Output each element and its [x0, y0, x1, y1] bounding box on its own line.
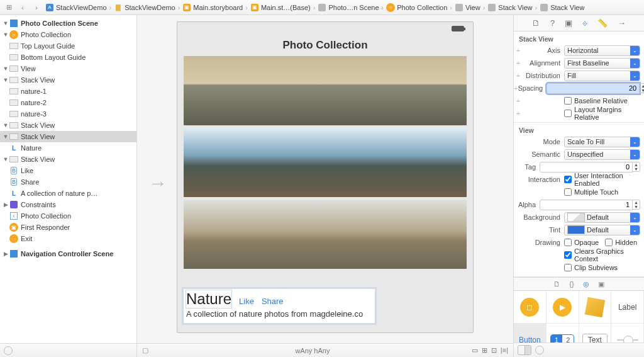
outline-row[interactable]: Bottom Layout Guide — [0, 52, 136, 63]
user-interaction-checkbox[interactable]: User Interaction Enabled — [564, 174, 640, 185]
lib-item-label[interactable]: Label — [611, 291, 644, 324]
crumb-project[interactable]: AStackViewDemo — [44, 3, 108, 12]
layout-margins-checkbox[interactable]: Layout Margins Relative — [564, 108, 640, 119]
nav-back-button[interactable]: ‹ — [16, 2, 29, 13]
disclosure-icon[interactable]: ▼ — [3, 133, 9, 140]
outline-row-selected[interactable]: ▼Stack View — [0, 131, 136, 142]
hidden-checkbox[interactable]: Hidden — [605, 237, 637, 248]
outline-row[interactable]: ▼Stack View — [0, 74, 136, 86]
outline-row[interactable]: ▼Stack View — [0, 154, 136, 165]
distribution-popup[interactable]: Fill⌄ — [564, 71, 640, 81]
disclosure-icon[interactable]: ▼ — [3, 77, 9, 83]
multiple-touch-checkbox[interactable]: Multiple Touch — [564, 186, 640, 198]
crumb-stackview-1[interactable]: Stack View — [486, 3, 533, 12]
lib-item[interactable]: ▶ — [547, 291, 579, 324]
lib-item-segmented[interactable]: 12 — [547, 324, 579, 343]
semantic-popup[interactable]: Unspecified⌄ — [564, 149, 640, 160]
outline-row[interactable]: LNature — [0, 142, 136, 154]
embed-tool-icon[interactable]: |≡| — [501, 346, 508, 354]
crumb-scene[interactable]: Photo…n Scene — [316, 3, 380, 12]
outline-row[interactable]: ▼View — [0, 63, 136, 74]
crumb-folder[interactable]: ▇StackViewDemo — [113, 3, 177, 12]
file-template-tab[interactable]: 🗋 — [553, 280, 560, 288]
tag-field[interactable]: ▲▼ — [540, 161, 640, 173]
like-button[interactable]: Like — [239, 297, 254, 306]
file-inspector-tab[interactable]: 🗋 — [532, 18, 540, 28]
outline-row[interactable]: ▼Photo Collection Scene — [0, 18, 136, 29]
outline-row[interactable]: LA collection of nature p… — [0, 188, 136, 199]
outline-row[interactable]: nature-3 — [0, 108, 136, 120]
help-inspector-tab[interactable]: ? — [550, 18, 555, 28]
opaque-checkbox[interactable]: Opaque — [564, 237, 599, 248]
outline-row[interactable]: Top Layout Guide — [0, 40, 136, 52]
library-view-toggle[interactable] — [518, 345, 531, 355]
tint-popup[interactable]: Default⌄ — [564, 225, 640, 235]
disclosure-icon[interactable]: ▼ — [3, 65, 9, 72]
attributes-inspector-tab[interactable]: ⟐ — [582, 18, 587, 28]
outline-row[interactable]: ▶Constraints — [0, 199, 136, 210]
baseline-relative-checkbox[interactable]: Baseline Relative — [564, 95, 640, 106]
crumb-storyboard[interactable]: ▣Main.storyboard — [181, 3, 244, 12]
disclosure-icon[interactable]: ▶ — [3, 201, 9, 208]
image-nature-2[interactable] — [184, 128, 467, 197]
trait-plus-icon[interactable]: + — [514, 72, 523, 79]
outline-row[interactable]: BLike — [0, 165, 136, 176]
mode-popup[interactable]: Scale To Fill⌄ — [564, 137, 640, 147]
lib-item[interactable] — [579, 291, 612, 324]
nature-label[interactable]: Nature — [186, 290, 231, 308]
share-button[interactable]: Share — [262, 297, 284, 306]
nav-title[interactable]: Photo Collection — [182, 35, 468, 56]
size-inspector-tab[interactable]: 📏 — [597, 18, 608, 28]
media-library-tab[interactable]: ▣ — [598, 280, 604, 288]
object-library-grid[interactable]: ◻ ▶ Label Button 12 Text — [514, 291, 644, 343]
connections-inspector-tab[interactable]: → — [618, 18, 626, 28]
pin-tool-icon[interactable]: ⊞ — [482, 346, 487, 354]
axis-popup[interactable]: Horizontal⌄ — [564, 45, 640, 56]
scene-canvas[interactable]: Photo Collection Nature Like Share A col… — [177, 21, 474, 333]
outline-tree[interactable]: ▼Photo Collection Scene ▼○Photo Collecti… — [0, 15, 136, 343]
alignment-popup[interactable]: First Baseline⌄ — [564, 58, 640, 69]
clears-graphics-checkbox[interactable]: Clears Graphics Context — [564, 249, 640, 261]
description-label[interactable]: A collection of nature photos from magde… — [184, 309, 375, 319]
outline-row[interactable]: →Exit — [0, 233, 136, 244]
align-tool-icon[interactable]: ▭ — [472, 346, 478, 354]
resolve-tool-icon[interactable]: ⊡ — [491, 346, 497, 354]
outline-toggle-icon[interactable]: ▢ — [137, 346, 153, 354]
disclosure-icon[interactable]: ▶ — [3, 251, 9, 257]
crumb-base[interactable]: ▣Main.st…(Base) — [249, 3, 312, 12]
trait-plus-icon[interactable]: + — [514, 59, 523, 67]
outline-row[interactable]: ‹Photo Collection — [0, 210, 136, 222]
filter-icon[interactable] — [535, 346, 544, 354]
disclosure-icon[interactable]: ▼ — [3, 20, 9, 26]
outline-row[interactable]: BShare — [0, 176, 136, 188]
lib-item-slider[interactable] — [611, 324, 644, 343]
trait-plus-icon[interactable]: + — [514, 97, 523, 105]
outline-row[interactable]: nature-2 — [0, 97, 136, 108]
image-nature-1[interactable] — [184, 56, 467, 125]
disclosure-icon[interactable]: ▼ — [3, 122, 9, 128]
object-library-tab[interactable]: ◎ — [583, 280, 589, 288]
lib-item-textfield[interactable]: Text — [579, 324, 612, 343]
spacing-stepper[interactable]: ▲▼ — [640, 83, 644, 93]
trait-plus-icon[interactable]: + — [514, 47, 523, 54]
lib-item-button[interactable]: Button — [514, 324, 547, 343]
filter-icon[interactable] — [4, 346, 13, 355]
alpha-field[interactable]: ▲▼ — [540, 199, 640, 210]
background-popup[interactable]: Default⌄ — [564, 212, 640, 223]
code-snippet-tab[interactable]: {} — [569, 280, 574, 288]
outline-row[interactable]: ▶Navigation Controller Scene — [0, 248, 136, 259]
canvas[interactable]: → Photo Collection Nature Like Share A c… — [137, 15, 513, 357]
disclosure-icon[interactable]: ▼ — [3, 156, 9, 162]
outline-row[interactable]: ▼○Photo Collection — [0, 29, 136, 40]
nav-forward-button[interactable]: › — [30, 2, 43, 13]
image-nature-3[interactable] — [184, 200, 467, 269]
outline-row[interactable]: ▣First Responder — [0, 222, 136, 233]
outline-row[interactable]: ▼Stack View — [0, 120, 136, 131]
size-class-control[interactable]: wAny hAny — [153, 347, 472, 354]
identity-inspector-tab[interactable]: ▣ — [565, 18, 572, 28]
crumb-stackview-2[interactable]: Stack View — [538, 3, 586, 12]
clip-subviews-checkbox[interactable]: Clip Subviews — [564, 262, 640, 273]
related-items-icon[interactable]: ⊞ — [3, 2, 15, 13]
spacing-field[interactable]: ▲▼ — [547, 82, 644, 94]
outline-row[interactable]: nature-1 — [0, 86, 136, 97]
